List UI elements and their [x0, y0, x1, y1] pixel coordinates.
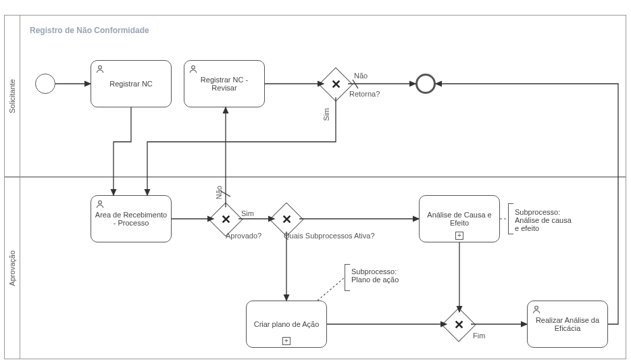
lane-label-aprovacao-text: Aprovação	[8, 251, 16, 286]
lane-label-solicitante: Solicitante	[4, 15, 20, 177]
task-criar-plano-label: Criar plano de Ação	[254, 320, 320, 328]
user-icon	[95, 64, 105, 76]
gateway-aprovado-yes: Sim	[241, 209, 254, 217]
gateway-quais-sub-label: Quais Subprocessos Ativa?	[284, 232, 375, 240]
user-icon	[95, 199, 105, 211]
user-icon	[188, 64, 198, 76]
task-realizar-eficacia-label: Realizar Análise da Eficácia	[530, 316, 605, 332]
annotation-causa-text: Subprocesso: Análise de causa e efeito	[515, 208, 576, 232]
task-registrar-nc-label: Registrar NC	[109, 80, 153, 88]
start-event	[35, 74, 55, 94]
subprocess-marker-icon: +	[282, 337, 291, 345]
gateway-retorna-no: Não	[354, 72, 368, 80]
task-analise-causa: Análise de Causa e Efeito +	[419, 195, 500, 242]
task-area-recebimento: Area de Recebimento - Processo	[91, 195, 172, 242]
svg-point-2	[99, 201, 102, 204]
task-area-recebimento-label: Area de Recebimento - Processo	[94, 211, 168, 227]
user-icon	[532, 305, 541, 316]
task-registrar-nc: Registrar NC	[91, 60, 172, 107]
annotation-bracket-plano	[345, 264, 350, 291]
end-event	[415, 74, 436, 94]
svg-point-3	[535, 306, 538, 309]
gateway-aprovado-no: Não	[215, 186, 223, 199]
gateway-retorna-label: Retorna?	[349, 90, 380, 98]
task-registrar-nc-revisar-label: Registrar NC - Revisar	[187, 76, 261, 92]
gateway-fim-label: Fim	[473, 332, 485, 340]
gateway-aprovado-label: Aprovado?	[226, 232, 261, 240]
task-criar-plano: Criar plano de Ação +	[246, 301, 327, 348]
annotation-plano-text: Subprocesso: Plano de ação	[351, 267, 412, 284]
pool-title: Registro de Não Conformidade	[30, 26, 149, 35]
lane-label-aprovacao: Aprovação	[4, 177, 20, 359]
bpmn-diagram: Solicitante Aprovação Registro de Não Co…	[0, 0, 631, 364]
svg-point-0	[99, 66, 102, 69]
task-realizar-eficacia: Realizar Análise da Eficácia	[527, 301, 608, 348]
gateway-retorna-yes: Sim	[322, 108, 330, 121]
annotation-bracket-causa	[508, 203, 513, 234]
lane-label-solicitante-text: Solicitante	[8, 79, 16, 113]
svg-point-1	[192, 66, 195, 69]
task-analise-causa-label: Análise de Causa e Efeito	[422, 211, 497, 227]
task-registrar-nc-revisar: Registrar NC - Revisar	[184, 60, 265, 107]
subprocess-marker-icon: +	[455, 232, 463, 240]
